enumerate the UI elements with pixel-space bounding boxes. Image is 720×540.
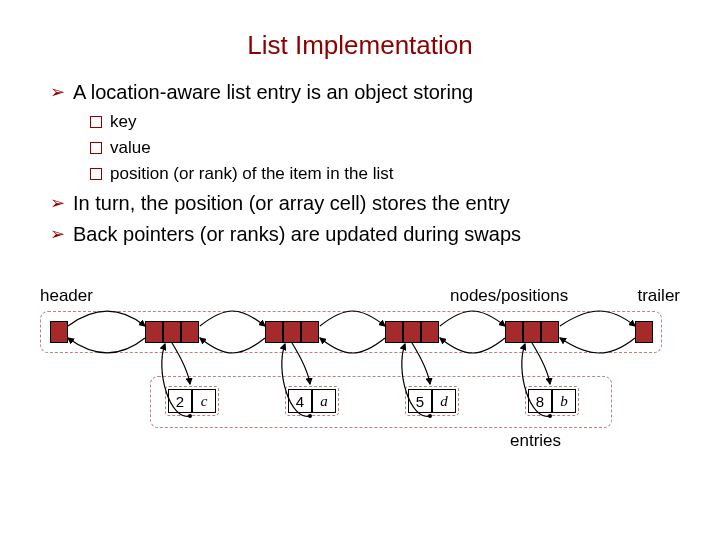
square-icon <box>90 116 102 128</box>
square-icon <box>90 142 102 154</box>
entry-val: c <box>192 389 216 413</box>
node-cell <box>505 321 523 343</box>
nodes-label: nodes/positions <box>450 286 568 306</box>
node-cell <box>145 321 163 343</box>
sub-bullet-text: position (or rank) of the item in the li… <box>110 164 393 184</box>
sub-bullet-text: value <box>110 138 151 158</box>
bullet-text: In turn, the position (or array cell) st… <box>73 192 510 215</box>
bullet-text: Back pointers (or ranks) are updated dur… <box>73 223 521 246</box>
node-cell <box>385 321 403 343</box>
node-cell <box>403 321 421 343</box>
entry-box: 5 d <box>405 386 459 416</box>
square-icon <box>90 168 102 180</box>
entry-box: 8 b <box>525 386 579 416</box>
bullet-item: ➢ In turn, the position (or array cell) … <box>50 192 680 215</box>
nodes-container <box>40 311 662 353</box>
entry-val: b <box>552 389 576 413</box>
sub-bullet: value <box>90 138 680 158</box>
entry-val: a <box>312 389 336 413</box>
sub-bullet-text: key <box>110 112 136 132</box>
entry-box: 4 a <box>285 386 339 416</box>
node-cell <box>181 321 199 343</box>
entry-box: 2 c <box>165 386 219 416</box>
node-cell <box>301 321 319 343</box>
bullet-text: A location-aware list entry is an object… <box>73 81 473 104</box>
arrow-icon: ➢ <box>50 81 65 103</box>
sub-bullet: key <box>90 112 680 132</box>
node-cell <box>283 321 301 343</box>
entry-key: 8 <box>528 389 552 413</box>
bullet-list: ➢ A location-aware list entry is an obje… <box>50 81 680 246</box>
node-cell <box>163 321 181 343</box>
bullet-item: ➢ Back pointers (or ranks) are updated d… <box>50 223 680 246</box>
arrow-icon: ➢ <box>50 192 65 214</box>
list-node <box>265 321 319 343</box>
entries-label: entries <box>510 431 561 451</box>
entry-key: 4 <box>288 389 312 413</box>
list-node <box>505 321 559 343</box>
entry-key: 2 <box>168 389 192 413</box>
arrow-icon: ➢ <box>50 223 65 245</box>
header-node <box>50 321 68 343</box>
node-cell <box>265 321 283 343</box>
sub-bullet: position (or rank) of the item in the li… <box>90 164 680 184</box>
node-cell <box>541 321 559 343</box>
trailer-label: trailer <box>637 286 680 306</box>
header-label: header <box>40 286 93 306</box>
page-title: List Implementation <box>40 30 680 61</box>
arrows-svg <box>40 271 680 471</box>
node-cell <box>421 321 439 343</box>
list-node <box>145 321 199 343</box>
node-cell <box>50 321 68 343</box>
node-cell <box>635 321 653 343</box>
list-node <box>385 321 439 343</box>
diagram: header trailer nodes/positions entries 2… <box>40 271 680 471</box>
bullet-item: ➢ A location-aware list entry is an obje… <box>50 81 680 104</box>
entry-key: 5 <box>408 389 432 413</box>
node-cell <box>523 321 541 343</box>
entry-val: d <box>432 389 456 413</box>
trailer-node <box>635 321 653 343</box>
